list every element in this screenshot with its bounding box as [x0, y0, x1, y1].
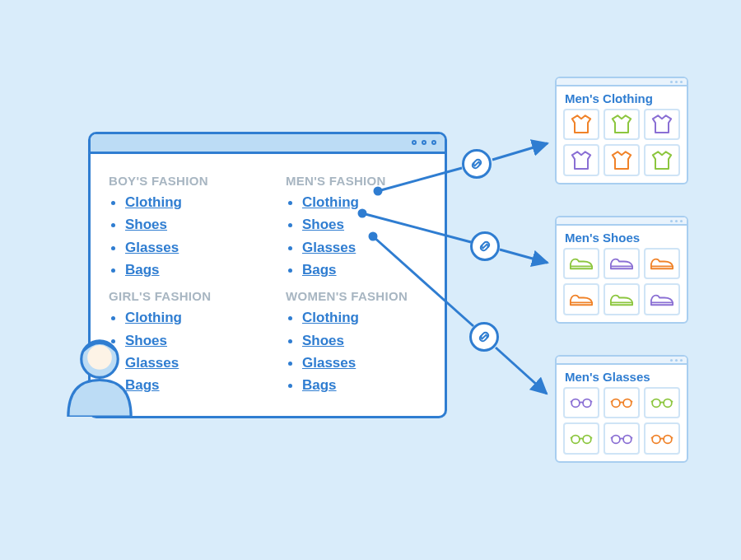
shirt-icon	[644, 109, 680, 140]
link-girls-clothing[interactable]: Clothing	[125, 310, 182, 325]
womens-links: Clothing Shoes Glasses Bags	[286, 306, 430, 396]
link-mens-clothing[interactable]: Clothing	[302, 194, 359, 210]
svg-line-39	[651, 437, 653, 438]
link-icon	[469, 322, 499, 352]
link-mens-shoes[interactable]: Shoes	[302, 217, 344, 232]
svg-point-26	[664, 399, 672, 408]
svg-point-25	[652, 399, 660, 408]
shirt-icon	[563, 144, 599, 175]
link-boys-clothing[interactable]: Clothing	[125, 194, 182, 210]
svg-line-24	[631, 402, 632, 403]
shoe-icon	[644, 283, 680, 315]
svg-line-10	[496, 348, 547, 394]
link-womens-bags[interactable]: Bags	[302, 377, 337, 393]
link-mens-bags[interactable]: Bags	[302, 262, 337, 278]
mini-window-glasses: Men's Glasses	[555, 355, 688, 463]
mens-links: Clothing Shoes Glasses Bags	[286, 191, 430, 281]
svg-line-19	[571, 402, 572, 403]
window-controls	[412, 140, 436, 145]
shoe-icon	[604, 248, 640, 279]
link-mens-glasses[interactable]: Glasses	[302, 240, 356, 255]
svg-point-34	[623, 435, 631, 443]
mini-title: Men's Glasses	[557, 365, 687, 387]
svg-line-20	[590, 402, 592, 403]
svg-point-18	[583, 399, 591, 408]
link-womens-clothing[interactable]: Clothing	[302, 310, 359, 325]
svg-point-17	[571, 399, 580, 408]
link-icon	[462, 149, 492, 179]
mini-window-clothing: Men's Clothing	[555, 77, 688, 184]
svg-line-36	[631, 437, 632, 438]
svg-line-23	[611, 402, 613, 403]
svg-point-30	[583, 435, 591, 443]
svg-line-27	[651, 402, 653, 403]
glasses-icon	[644, 387, 680, 418]
mini-titlebar	[557, 357, 687, 365]
mini-titlebar	[557, 217, 687, 226]
svg-point-33	[612, 435, 620, 443]
main-titlebar	[91, 134, 445, 154]
shoe-icon	[563, 283, 599, 315]
section-heading-boys: BOY'S FASHION	[109, 174, 253, 188]
mini-grid	[557, 109, 687, 183]
user-avatar	[56, 329, 143, 417]
shoe-icon	[604, 283, 640, 315]
shirt-icon	[644, 144, 680, 175]
link-womens-glasses[interactable]: Glasses	[302, 355, 356, 371]
glasses-icon	[604, 422, 640, 454]
section-heading-womens: WOMEN'S FASHION	[286, 289, 430, 303]
svg-line-31	[571, 437, 572, 438]
svg-point-21	[612, 399, 620, 408]
mini-grid	[557, 387, 687, 461]
svg-line-4	[492, 143, 548, 160]
svg-line-40	[671, 437, 673, 438]
svg-point-22	[623, 399, 631, 408]
shirt-icon	[563, 109, 599, 140]
mini-titlebar	[557, 78, 687, 86]
mini-title: Men's Shoes	[557, 226, 687, 248]
mini-grid	[557, 248, 687, 322]
svg-line-35	[611, 437, 613, 438]
shoe-icon	[563, 248, 599, 279]
svg-point-37	[652, 435, 660, 443]
glasses-icon	[644, 422, 680, 454]
mini-title: Men's Clothing	[557, 86, 687, 109]
svg-point-38	[664, 435, 672, 443]
svg-point-1	[87, 345, 112, 370]
boys-links: Clothing Shoes Glasses Bags	[109, 191, 253, 281]
svg-line-28	[671, 402, 673, 403]
section-heading-girls: GIRL'S FASHION	[109, 289, 253, 303]
svg-line-32	[590, 437, 592, 438]
svg-line-7	[500, 250, 548, 263]
link-boys-shoes[interactable]: Shoes	[125, 217, 167, 232]
glasses-icon	[604, 387, 640, 418]
link-womens-shoes[interactable]: Shoes	[302, 333, 344, 348]
link-boys-bags[interactable]: Bags	[125, 262, 160, 278]
glasses-icon	[563, 387, 599, 418]
mini-window-shoes: Men's Shoes	[555, 216, 688, 324]
shirt-icon	[604, 109, 640, 140]
shirt-icon	[604, 144, 640, 175]
section-heading-mens: MEN'S FASHION	[286, 174, 430, 188]
link-boys-glasses[interactable]: Glasses	[125, 240, 179, 255]
shoe-icon	[644, 248, 680, 279]
link-icon	[470, 231, 500, 261]
glasses-icon	[563, 422, 599, 454]
svg-point-29	[571, 435, 580, 443]
